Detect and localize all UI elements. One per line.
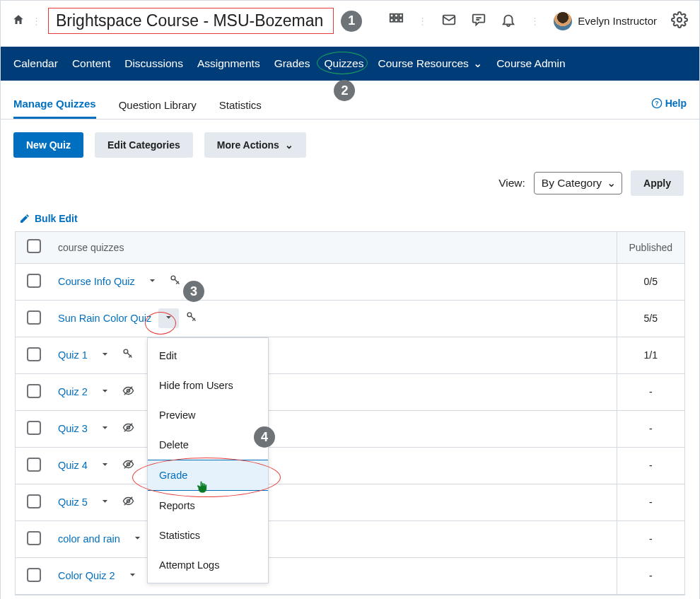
course-nav: Calendar Content Discussions Assignments… <box>1 47 699 81</box>
published-count: - <box>617 447 684 484</box>
menu-item-hide-from-users[interactable]: Hide from Users <box>148 371 268 400</box>
new-quiz-button[interactable]: New Quiz <box>13 132 83 158</box>
help-link[interactable]: ? Help <box>651 98 687 113</box>
row-checkbox[interactable] <box>27 421 41 435</box>
course-title[interactable]: Brightspace Course - MSU-Bozeman <box>48 8 334 34</box>
quiz-table: course quizzes Published Course Info Qui… <box>16 232 684 595</box>
menu-item-preview[interactable]: Preview <box>148 400 268 430</box>
published-count: - <box>617 521 684 557</box>
more-actions-button[interactable]: More Actions⌄ <box>204 132 306 158</box>
tab-statistics[interactable]: Statistics <box>219 93 262 118</box>
quiz-actions-caret[interactable] <box>95 382 115 402</box>
hidden-icon <box>122 385 134 399</box>
row-checkbox[interactable] <box>27 494 41 508</box>
quiz-actions-caret[interactable] <box>158 308 179 328</box>
quiz-link[interactable]: Quiz 5 <box>58 496 88 508</box>
nav-assignments[interactable]: Assignments <box>197 56 260 71</box>
apps-grid-icon[interactable] <box>388 12 404 30</box>
quiz-link[interactable]: Color Quiz 2 <box>58 570 115 581</box>
published-count: - <box>617 373 684 410</box>
key-icon <box>122 348 134 362</box>
nav-course-admin[interactable]: Course Admin <box>496 56 565 71</box>
table-row: color and rain- <box>16 521 684 557</box>
row-checkbox[interactable] <box>27 458 41 472</box>
bulk-edit-link[interactable]: Bulk Edit <box>1 204 699 231</box>
annotation-badge-4: 4 <box>254 426 275 448</box>
tab-question-library[interactable]: Question Library <box>119 93 197 118</box>
published-count: 0/5 <box>617 263 684 300</box>
quiz-actions-caret[interactable] <box>95 455 115 475</box>
quiz-actions-caret[interactable] <box>127 529 148 549</box>
apply-button[interactable]: Apply <box>631 170 684 196</box>
quiz-actions-caret[interactable] <box>122 566 143 586</box>
nav-calendar[interactable]: Calendar <box>13 56 58 71</box>
quiz-link[interactable]: Sun Rain Color Quiz <box>58 313 151 324</box>
svg-rect-4 <box>395 18 398 22</box>
select-all-checkbox[interactable] <box>27 239 41 253</box>
published-count: - <box>617 484 684 521</box>
quiz-link[interactable]: Quiz 1 <box>58 349 88 361</box>
menu-item-statistics[interactable]: Statistics <box>148 521 268 550</box>
svg-point-11 <box>187 313 192 317</box>
table-row: Course Info Quiz0/5 <box>16 263 684 300</box>
quiz-actions-caret[interactable] <box>142 272 163 291</box>
nav-discussions[interactable]: Discussions <box>124 56 183 71</box>
chevron-down-icon: ⌄ <box>285 139 293 151</box>
svg-rect-1 <box>395 14 398 18</box>
table-row: Quiz 2- <box>16 373 684 410</box>
row-checkbox[interactable] <box>27 274 41 288</box>
annotation-badge-3: 3 <box>183 281 204 302</box>
quiz-link[interactable]: color and rain <box>58 533 120 545</box>
home-icon[interactable] <box>12 13 25 28</box>
table-row: Quiz 4- <box>16 447 684 484</box>
row-checkbox[interactable] <box>27 531 41 545</box>
tab-manage-quizzes[interactable]: Manage Quizzes <box>13 92 96 119</box>
table-row: Quiz 11/1 <box>16 337 684 373</box>
nav-quizzes[interactable]: Quizzes <box>324 56 363 71</box>
quiz-link[interactable]: Quiz 2 <box>58 386 88 397</box>
user-menu[interactable]: Evelyn Instructor <box>554 12 657 30</box>
chevron-down-icon: ⌄ <box>607 177 616 190</box>
table-row: Sun Rain Color Quiz5/5 <box>16 300 684 337</box>
column-header-published: Published <box>617 232 684 263</box>
chevron-down-icon: ⌄ <box>470 57 482 69</box>
row-checkbox[interactable] <box>27 384 41 398</box>
gear-icon[interactable] <box>671 11 688 30</box>
table-row: Quiz 5- <box>16 484 684 521</box>
mail-icon[interactable] <box>441 12 457 30</box>
row-checkbox[interactable] <box>27 347 41 361</box>
quiz-actions-caret[interactable] <box>95 419 115 438</box>
nav-content[interactable]: Content <box>72 56 110 71</box>
bell-icon[interactable] <box>501 12 516 30</box>
hidden-icon <box>122 421 134 436</box>
table-row: Color Quiz 2- <box>16 557 684 594</box>
view-label: View: <box>498 177 525 190</box>
edit-categories-button[interactable]: Edit Categories <box>95 132 193 158</box>
quiz-actions-caret[interactable] <box>95 345 115 365</box>
view-select[interactable]: By Category ⌄ <box>534 172 622 194</box>
separator: ⋮ <box>418 16 427 26</box>
quiz-link[interactable]: Quiz 4 <box>58 460 88 471</box>
row-checkbox[interactable] <box>27 568 41 582</box>
cursor-pointer-icon <box>196 480 209 496</box>
quiz-link[interactable]: Quiz 3 <box>58 423 88 434</box>
svg-point-7 <box>677 18 682 22</box>
published-count: 1/1 <box>617 337 684 373</box>
menu-item-delete[interactable]: Delete <box>148 430 268 460</box>
menu-item-attempt-logs[interactable]: Attempt Logs <box>148 550 268 580</box>
separator: ⋮ <box>530 16 539 26</box>
published-count: - <box>617 410 684 447</box>
nav-grades[interactable]: Grades <box>274 56 310 71</box>
menu-item-edit[interactable]: Edit <box>148 341 268 371</box>
svg-point-10 <box>171 276 175 280</box>
row-checkbox[interactable] <box>27 310 41 325</box>
chat-icon[interactable] <box>471 12 486 30</box>
quiz-tabs: Manage Quizzes Question Library Statisti… <box>1 85 699 120</box>
svg-rect-0 <box>390 14 394 18</box>
avatar <box>554 12 572 30</box>
hidden-icon <box>122 458 134 472</box>
quiz-link[interactable]: Course Info Quiz <box>58 276 135 287</box>
quiz-actions-caret[interactable] <box>95 492 115 512</box>
svg-text:?: ? <box>655 100 658 107</box>
nav-course-resources[interactable]: Course Resources ⌄ <box>378 56 482 71</box>
